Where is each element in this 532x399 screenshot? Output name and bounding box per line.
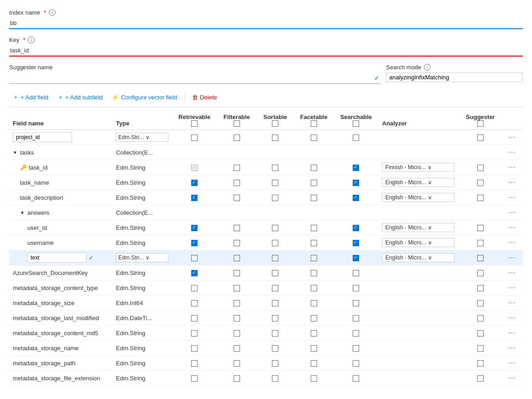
filterable-checkbox-user_id[interactable]: [234, 225, 240, 231]
facetable-checkbox-user_id[interactable]: [311, 225, 317, 231]
facetable-checkbox-AzureSearch_DocumentKey[interactable]: [311, 270, 317, 276]
suggester-checkbox-task_id[interactable]: [477, 165, 484, 171]
analyzer-select-text[interactable]: English - Micro... ∨: [382, 253, 454, 262]
filterable-checkbox-metadata_storage_path[interactable]: [234, 360, 240, 367]
field-name-input-project_id[interactable]: [13, 132, 72, 142]
filterable-checkbox-metadata_storage_last_modified[interactable]: [234, 315, 240, 321]
delete-button[interactable]: 🗑 Delete: [188, 92, 221, 103]
facetable-checkbox-task_id[interactable]: [311, 165, 317, 171]
facetable-checkbox-metadata_storage_size[interactable]: [311, 300, 317, 306]
more-button-metadata_storage_path[interactable]: ···: [506, 358, 517, 368]
retrievable-checkbox-task_name[interactable]: [191, 180, 198, 186]
facetable-checkbox-metadata_storage_file_extension[interactable]: [311, 375, 317, 382]
type-select-text[interactable]: Edm.Stri... ∨: [116, 253, 168, 262]
searchable-header-checkbox[interactable]: [353, 120, 359, 127]
expand-icon[interactable]: ▼: [20, 210, 25, 215]
retrievable-checkbox-AzureSearch_DocumentKey[interactable]: [191, 270, 198, 276]
filterable-checkbox-metadata_storage_size[interactable]: [234, 300, 240, 306]
more-button-metadata_storage_size[interactable]: ···: [506, 298, 517, 308]
retrievable-checkbox-metadata_storage_path[interactable]: [191, 360, 198, 367]
filterable-checkbox-metadata_storage_name[interactable]: [234, 345, 240, 352]
searchable-checkbox-metadata_storage_file_extension[interactable]: [353, 375, 359, 382]
retrievable-checkbox-metadata_storage_size[interactable]: [191, 300, 198, 306]
search-mode-input[interactable]: [389, 74, 520, 81]
index-name-input[interactable]: [9, 18, 523, 29]
suggester-checkbox-user_id[interactable]: [477, 225, 484, 231]
sortable-checkbox-metadata_storage_content_type[interactable]: [272, 285, 278, 291]
retrievable-header-checkbox[interactable]: [191, 120, 198, 127]
configure-vector-button[interactable]: ⚡ Configure vector field: [108, 92, 181, 103]
searchable-checkbox-task_id[interactable]: [353, 165, 359, 171]
searchable-checkbox-text[interactable]: [353, 255, 359, 261]
suggester-checkbox-metadata_storage_path[interactable]: [477, 360, 484, 367]
filterable-checkbox-username[interactable]: [234, 240, 240, 246]
suggester-checkbox-metadata_storage_content_type[interactable]: [477, 285, 484, 291]
suggester-header-checkbox[interactable]: [477, 120, 484, 127]
index-name-info-icon[interactable]: i: [49, 9, 56, 16]
filterable-checkbox-task_id[interactable]: [234, 165, 240, 171]
search-mode-info-icon[interactable]: i: [424, 64, 431, 71]
searchable-checkbox-AzureSearch_DocumentKey[interactable]: [353, 270, 359, 276]
sortable-checkbox-metadata_storage_name[interactable]: [272, 345, 278, 352]
analyzer-select-user_id[interactable]: English - Micro... ∨: [382, 223, 454, 232]
more-button-tasks[interactable]: ···: [506, 147, 517, 157]
retrievable-checkbox-metadata_storage_name[interactable]: [191, 345, 198, 352]
suggester-checkbox-AzureSearch_DocumentKey[interactable]: [477, 270, 484, 276]
filterable-checkbox-AzureSearch_DocumentKey[interactable]: [234, 270, 240, 276]
more-button-task_description[interactable]: ···: [506, 192, 517, 202]
searchable-checkbox-task_name[interactable]: [353, 180, 359, 186]
more-button-task_id[interactable]: ···: [506, 162, 517, 172]
add-field-button[interactable]: ＋ + Add field: [9, 91, 52, 103]
more-button-AzureSearch_DocumentKey[interactable]: ···: [506, 268, 517, 278]
sortable-checkbox-user_id[interactable]: [272, 225, 278, 231]
filterable-checkbox-task_name[interactable]: [234, 180, 240, 186]
retrievable-checkbox-metadata_storage_last_modified[interactable]: [191, 315, 198, 321]
expand-icon[interactable]: ▼: [13, 150, 17, 155]
analyzer-select-task_id[interactable]: Finnish - Micro... ∨: [382, 163, 454, 172]
filterable-checkbox-text[interactable]: [234, 255, 240, 261]
sortable-checkbox-text[interactable]: [272, 255, 278, 261]
facetable-checkbox-metadata_storage_last_modified[interactable]: [311, 315, 317, 321]
suggester-checkbox-metadata_storage_size[interactable]: [477, 300, 484, 306]
retrievable-checkbox-task_description[interactable]: [191, 195, 198, 201]
more-button-answers[interactable]: ···: [506, 207, 517, 218]
suggester-checkbox-metadata_storage_file_extension[interactable]: [477, 375, 484, 382]
sortable-checkbox-task_description[interactable]: [272, 195, 278, 201]
filterable-checkbox-metadata_storage_content_type[interactable]: [234, 285, 240, 291]
suggester-input[interactable]: [10, 75, 374, 82]
more-button-project_id[interactable]: ···: [506, 132, 517, 142]
more-button-username[interactable]: ···: [506, 238, 517, 248]
facetable-checkbox-metadata_storage_content_type[interactable]: [311, 285, 317, 291]
facetable-checkbox-text[interactable]: [311, 255, 317, 261]
suggester-checkbox-metadata_storage_last_modified[interactable]: [477, 315, 484, 321]
searchable-checkbox-metadata_storage_last_modified[interactable]: [353, 315, 359, 321]
more-button-user_id[interactable]: ···: [506, 223, 517, 233]
more-button-metadata_storage_name[interactable]: ···: [506, 343, 517, 353]
suggester-checkbox-task_description[interactable]: [477, 195, 484, 201]
analyzer-select-task_description[interactable]: English - Micro... ∨: [382, 193, 454, 202]
suggester-checkbox-task_name[interactable]: [477, 180, 484, 186]
retrievable-checkbox-metadata_storage_content_md5[interactable]: [191, 330, 198, 337]
suggester-checkbox-metadata_storage_content_md5[interactable]: [477, 330, 484, 337]
sortable-header-checkbox[interactable]: [272, 120, 278, 127]
sortable-checkbox-username[interactable]: [272, 240, 278, 246]
more-button-metadata_storage_content_type[interactable]: ···: [506, 283, 517, 293]
facetable-checkbox-username[interactable]: [311, 240, 317, 246]
key-input[interactable]: [9, 45, 523, 57]
filterable-checkbox-metadata_storage_content_md5[interactable]: [234, 330, 240, 337]
key-info-icon[interactable]: i: [28, 36, 35, 43]
searchable-checkbox-project_id[interactable]: [353, 135, 359, 141]
facetable-checkbox-task_name[interactable]: [311, 180, 317, 186]
searchable-checkbox-metadata_storage_content_type[interactable]: [353, 285, 359, 291]
sortable-checkbox-task_id[interactable]: [272, 165, 278, 171]
sortable-checkbox-metadata_storage_size[interactable]: [272, 300, 278, 306]
retrievable-checkbox-metadata_storage_content_type[interactable]: [191, 285, 198, 291]
facetable-checkbox-project_id[interactable]: [311, 135, 317, 141]
filterable-checkbox-task_description[interactable]: [234, 195, 240, 201]
searchable-checkbox-metadata_storage_path[interactable]: [353, 360, 359, 367]
searchable-checkbox-metadata_storage_content_md5[interactable]: [353, 330, 359, 337]
filterable-checkbox-metadata_storage_file_extension[interactable]: [234, 375, 240, 382]
retrievable-checkbox-username[interactable]: [191, 240, 198, 246]
suggester-checkbox-text[interactable]: [477, 255, 484, 261]
sortable-checkbox-project_id[interactable]: [272, 135, 278, 141]
